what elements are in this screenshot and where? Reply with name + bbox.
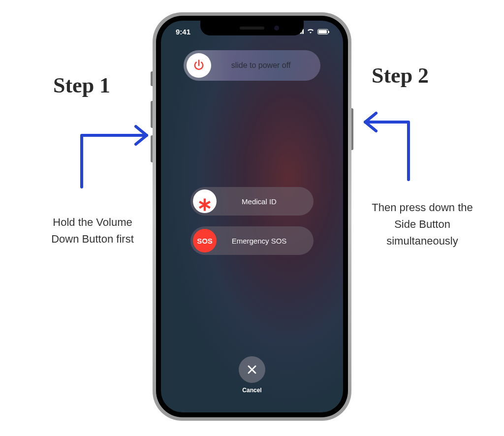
power-icon [187,53,211,78]
battery-icon [317,29,328,34]
phone-screen: 9:41 [161,21,343,412]
volume-down-button [151,135,153,162]
emergency-sos-label: Emergency SOS [217,237,314,245]
front-camera [274,26,279,31]
mute-switch [151,71,153,86]
status-time: 9:41 [176,28,190,36]
cancel-label: Cancel [242,387,261,394]
medical-id-slider[interactable]: ∗ Medical ID [190,187,314,216]
speaker-grille [240,27,264,30]
wifi-icon [307,28,315,35]
volume-up-button [151,101,153,128]
medical-asterisk-icon: ∗ [193,189,217,213]
step-1-title: Step 1 [53,73,110,98]
notch [200,21,304,35]
medical-id-label: Medical ID [217,197,314,206]
step-1-caption: Hold the Volume Down Button first [43,214,142,248]
step-2-caption: Then press down the Side Button simultan… [368,199,476,249]
iphone-mockup: 9:41 [153,12,351,421]
sos-badge: SOS [193,229,217,252]
cancel-button[interactable] [239,356,265,383]
power-off-label: slide to power off [211,61,320,70]
step-1-arrow [73,111,157,189]
power-off-slider[interactable]: slide to power off [184,50,320,81]
emergency-sos-slider[interactable]: SOS Emergency SOS [190,226,314,255]
step-2-arrow [354,98,418,182]
step-2-title: Step 2 [372,63,429,88]
side-button [351,108,353,150]
